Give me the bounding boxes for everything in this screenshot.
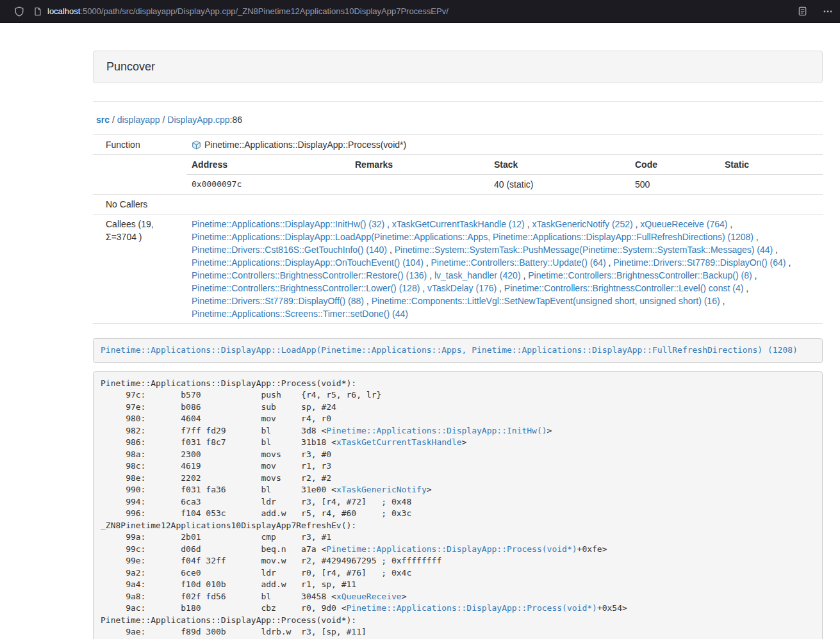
callee-link[interactable]: Pinetime::Applications::DisplayApp::Init… <box>192 219 384 229</box>
function-label: Function <box>93 135 186 155</box>
shield-icon[interactable] <box>14 6 24 17</box>
details-cell: Address Remarks Stack Code Static 0x0000… <box>186 155 823 195</box>
breadcrumb-separator: / <box>110 115 117 125</box>
column-header-code: Code <box>630 155 720 175</box>
callees-row: Callees (19, Σ=3704 ) Pinetime::Applicat… <box>93 214 823 324</box>
asm-symbol-link[interactable]: xTaskGetCurrentTaskHandle <box>336 437 462 447</box>
code-value: 500 <box>630 175 720 195</box>
column-header-static: Static <box>720 155 823 175</box>
callee-separator: , <box>754 232 759 242</box>
callee-separator: , <box>743 283 748 293</box>
breadcrumb-line-number: :86 <box>230 115 242 125</box>
symbol-table: Function Pinetime::Applications::Display… <box>93 134 823 324</box>
details-table: Address Remarks Stack Code Static 0x0000… <box>186 155 823 194</box>
callees-list: Pinetime::Applications::DisplayApp::Init… <box>186 214 823 324</box>
asm-symbol-link[interactable]: Pinetime::Applications::DisplayApp::Proc… <box>347 603 597 613</box>
callee-link[interactable]: Pinetime::Controllers::BrightnessControl… <box>528 270 752 280</box>
callee-separator: , <box>387 245 395 255</box>
url-path: :5000/path/src/displayapp/DisplayApp.cpp… <box>80 6 449 16</box>
callee-separator: , <box>420 283 427 293</box>
callee-link[interactable]: Pinetime::Drivers::St7789::DisplayOff() … <box>192 296 364 306</box>
details-value-row: 0x0000097c 40 (static) 500 <box>186 175 823 195</box>
callee-separator: , <box>727 219 732 229</box>
url-bar[interactable]: localhost:5000/path/src/displayapp/Displ… <box>33 6 798 16</box>
breadcrumb-separator: / <box>160 115 168 125</box>
callee-link[interactable]: Pinetime::Controllers::BrightnessControl… <box>504 283 743 293</box>
callee-link[interactable]: Pinetime::Components::LittleVgl::SetNewT… <box>372 296 720 306</box>
callee-link[interactable]: Pinetime::Applications::DisplayApp::OnTo… <box>192 257 424 268</box>
static-value <box>720 175 823 195</box>
function-name-cell: Pinetime::Applications::DisplayApp::Proc… <box>186 135 823 155</box>
breadcrumb-link[interactable]: src <box>96 115 110 125</box>
no-callers-label: No Callers <box>93 195 186 214</box>
page-info-icon[interactable] <box>33 7 42 16</box>
page-title: Puncover <box>94 51 822 83</box>
callee-link[interactable]: xQueueReceive (764) <box>640 219 727 229</box>
callee-separator: , <box>525 219 532 229</box>
callee-link[interactable]: Pinetime::Controllers::BrightnessControl… <box>192 283 420 293</box>
snippet-link[interactable]: Pinetime::Applications::DisplayApp::Load… <box>101 345 798 355</box>
column-header-remarks: Remarks <box>350 155 489 175</box>
callee-link[interactable]: Pinetime::Drivers::St7789::DisplayOn() (… <box>613 257 786 268</box>
reader-mode-icon[interactable] <box>798 6 807 16</box>
callee-separator: , <box>427 270 434 280</box>
callee-link[interactable]: Pinetime::Applications::Screens::Timer::… <box>192 309 408 319</box>
asm-symbol-link[interactable]: xQueueReceive <box>336 592 402 601</box>
column-header-stack: Stack <box>489 155 630 175</box>
callee-link[interactable]: lv_task_handler (420) <box>434 270 521 280</box>
callee-separator: , <box>773 245 778 255</box>
callee-separator: , <box>384 219 392 229</box>
callee-link[interactable]: Pinetime::Controllers::BrightnessControl… <box>192 270 427 280</box>
main-content: Puncover src / displayapp / DisplayApp.c… <box>93 51 823 639</box>
callee-link[interactable]: vTaskDelay (176) <box>427 283 497 293</box>
callee-separator: , <box>606 257 614 268</box>
callee-separator: , <box>752 270 757 280</box>
url-text: localhost:5000/path/src/displayapp/Displ… <box>47 6 449 16</box>
breadcrumb-link[interactable]: DisplayApp.cpp <box>167 115 229 125</box>
details-row: Address Remarks Stack Code Static 0x0000… <box>93 155 823 195</box>
function-name: Pinetime::Applications::DisplayApp::Proc… <box>204 140 406 150</box>
breadcrumb-link[interactable]: displayapp <box>117 115 160 125</box>
asm-symbol-link[interactable]: xTaskGenericNotify <box>336 485 427 494</box>
browser-toolbar: localhost:5000/path/src/displayapp/Displ… <box>0 0 840 23</box>
callee-link[interactable]: Pinetime::Applications::DisplayApp::Load… <box>192 232 754 242</box>
asm-symbol-link[interactable]: Pinetime::Applications::DisplayApp::Proc… <box>326 544 577 554</box>
asm-symbol-link[interactable]: Pinetime::Applications::DisplayApp::Init… <box>326 426 547 435</box>
callee-link[interactable]: Pinetime::System::SystemTask::PushMessag… <box>395 245 773 255</box>
overflow-menu-icon[interactable] <box>823 6 833 17</box>
details-header-row: Address Remarks Stack Code Static <box>186 155 823 175</box>
cube-icon <box>192 138 201 151</box>
column-header-address: Address <box>186 155 350 175</box>
callee-separator: , <box>786 257 791 268</box>
snippet-block: Pinetime::Applications::DisplayApp::Load… <box>93 338 823 363</box>
function-row: Function Pinetime::Applications::Display… <box>93 135 823 155</box>
stack-value: 40 (static) <box>489 175 630 195</box>
callee-separator: , <box>633 219 641 229</box>
details-row-spacer <box>93 155 186 195</box>
breadcrumb: src / displayapp / DisplayApp.cpp:86 <box>93 113 823 126</box>
remarks-value <box>350 175 489 195</box>
callee-separator: , <box>720 296 725 306</box>
callees-label: Callees (19, Σ=3704 ) <box>93 214 186 324</box>
assembly-code: Pinetime::Applications::DisplayApp::Proc… <box>93 371 823 639</box>
divider <box>93 101 823 102</box>
callee-link[interactable]: Pinetime::Controllers::Battery::Update()… <box>431 257 606 268</box>
callers-cell <box>186 195 823 214</box>
callee-separator: , <box>521 270 529 280</box>
url-domain: localhost <box>47 6 80 16</box>
callee-link[interactable]: Pinetime::Drivers::Cst816S::GetTouchInfo… <box>192 245 387 255</box>
callee-link[interactable]: xTaskGetCurrentTaskHandle (12) <box>392 219 525 229</box>
callers-row: No Callers <box>93 195 823 214</box>
app-header-panel: Puncover <box>93 51 823 83</box>
callee-separator: , <box>424 257 431 268</box>
address-value: 0x0000097c <box>186 175 350 195</box>
callee-separator: , <box>364 296 372 306</box>
callee-separator: , <box>497 283 504 293</box>
callee-link[interactable]: xTaskGenericNotify (252) <box>532 219 632 229</box>
